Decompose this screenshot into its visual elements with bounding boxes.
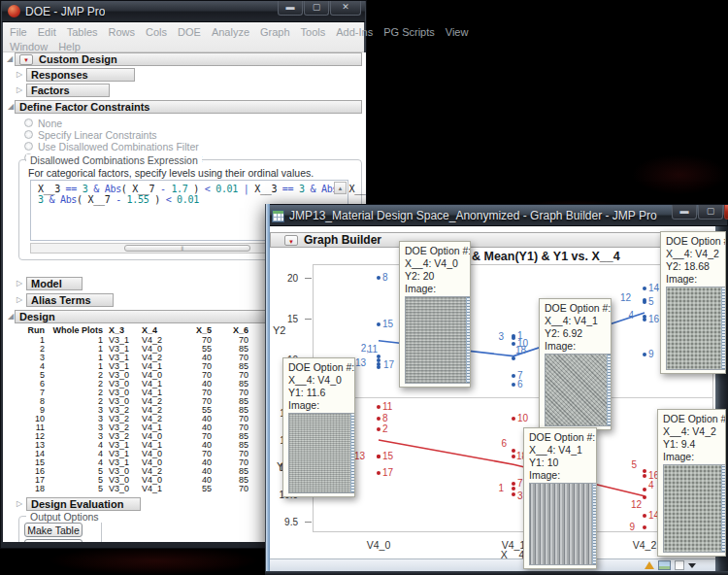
code-line-2: 3 & Abs( X__7 - 1.55 ) < 0.01 bbox=[38, 194, 199, 205]
hscrollbar-thumb[interactable] bbox=[124, 245, 250, 252]
hover-tooltip: DOE Option #: 8X__4: V4_0Y2: 20Image: bbox=[399, 241, 471, 388]
graph-builder-window: JMP13_Material Design Space_Anonymized -… bbox=[265, 204, 728, 575]
table-row[interactable]: 154V3_1V4_040701.7 bbox=[24, 458, 286, 467]
menu-item-help[interactable]: Help bbox=[58, 41, 81, 52]
table-row[interactable]: 72V3_0V4_170702 bbox=[24, 389, 286, 397]
tooltip-line: Y2: 20 bbox=[405, 270, 465, 283]
collapse-icon-responses[interactable]: ▷ bbox=[15, 70, 24, 79]
collapse-icon-alias-terms[interactable]: ▷ bbox=[15, 295, 24, 304]
fabric-swatch-image bbox=[288, 413, 355, 493]
partially-visible-button[interactable] bbox=[24, 539, 83, 542]
collapse-icon-model[interactable]: ▷ bbox=[15, 279, 24, 288]
table-row[interactable]: 11V3_1V4_270702 bbox=[24, 336, 286, 345]
swatch-ruler bbox=[607, 355, 612, 425]
tooltip-line: Y1: 11.6 bbox=[288, 387, 349, 399]
statusbar-icons bbox=[645, 560, 696, 570]
collapse-icon-design-evaluation[interactable]: ▷ bbox=[15, 499, 24, 508]
gb-statusbar bbox=[270, 558, 715, 571]
table-row[interactable]: 123V3_2V4_070851.55 bbox=[24, 432, 286, 441]
menu-item-doe[interactable]: DOE bbox=[178, 26, 201, 38]
table-row[interactable]: 31V3_1V4_240702 bbox=[24, 354, 286, 362]
fabric-swatch-image bbox=[663, 464, 726, 553]
section-responses[interactable]: Responses bbox=[26, 68, 135, 82]
fabric-swatch-image bbox=[405, 296, 471, 384]
menu-item-tools[interactable]: Tools bbox=[301, 26, 326, 38]
tooltip-line: X__4: V4_1 bbox=[529, 444, 591, 457]
table-row[interactable]: 175V3_0V4_040852 bbox=[24, 476, 286, 485]
section-model[interactable]: Model bbox=[26, 277, 83, 290]
table-row[interactable]: 144V3_1V4_070702 bbox=[24, 450, 286, 458]
scroll-up-arrow[interactable]: ▲ bbox=[334, 182, 347, 194]
radio-label: Use Disallowed Combinations Filter bbox=[38, 141, 199, 152]
hover-tooltip: DOE Option #: 9X__4: V4_2Y1: 9.4Image: bbox=[657, 409, 726, 557]
table-row[interactable]: 21V3_1V4_055852 bbox=[24, 345, 286, 354]
tooltip-line: Image: bbox=[666, 273, 720, 286]
section-alias-terms[interactable]: Alias Terms bbox=[26, 293, 114, 307]
tooltip-line: X__4: V4_2 bbox=[666, 248, 720, 260]
red-triangle-menu-icon[interactable] bbox=[19, 54, 33, 65]
table-row[interactable]: 41V3_1V4_170851.7 bbox=[24, 362, 286, 371]
radio-circle bbox=[24, 142, 33, 151]
table-row[interactable]: 113V3_2V4_140701.55 bbox=[24, 423, 286, 432]
menu-item-graph[interactable]: Graph bbox=[260, 26, 290, 38]
window-frame-bottom bbox=[265, 571, 728, 575]
make-table-button[interactable]: Make Table bbox=[24, 523, 83, 537]
table-row[interactable]: 62V3_0V4_140852 bbox=[24, 380, 286, 389]
section-design-evaluation[interactable]: Design Evaluation bbox=[26, 497, 141, 511]
close-button[interactable]: ✕ bbox=[330, 1, 361, 16]
image-icon[interactable] bbox=[658, 560, 671, 570]
radio-label: None bbox=[38, 118, 62, 129]
tooltip-line: X__4: V4_0 bbox=[405, 257, 465, 270]
tooltip-line: X__4: V4_1 bbox=[545, 315, 606, 327]
table-row[interactable]: 185V3_0V4_155701.7 bbox=[24, 485, 286, 493]
doe-titlebar[interactable]: DOE - JMP Pro ▬ ▢ ✕ bbox=[2, 1, 365, 22]
tooltip-line: DOE Option #: 9 bbox=[663, 413, 720, 425]
collapse-icon-factors[interactable]: ▷ bbox=[15, 85, 24, 94]
tooltips-layer: DOE Option #: 8X__4: V4_0Y2: 20Image:DOE… bbox=[265, 204, 728, 575]
menu-item-analyze[interactable]: Analyze bbox=[212, 26, 249, 38]
table-row[interactable]: 93V3_2V4_255851.55 bbox=[24, 406, 286, 415]
maximize-button[interactable]: ▢ bbox=[304, 1, 329, 16]
checkbox-icon[interactable] bbox=[675, 560, 684, 570]
table-row[interactable]: 82V3_0V4_270851.7 bbox=[24, 397, 286, 406]
menu-item-window[interactable]: Window bbox=[10, 41, 48, 52]
tooltip-line: X__4: V4_2 bbox=[663, 425, 720, 438]
menu-item-pg-scripts[interactable]: PG Scripts bbox=[383, 26, 435, 38]
menu-item-cols[interactable]: Cols bbox=[146, 26, 167, 38]
window-frame-left bbox=[265, 204, 270, 575]
doe-caption-buttons: ▬ ▢ ✕ bbox=[277, 1, 361, 16]
expression-hint: For categorical factors, specify levels … bbox=[28, 167, 314, 179]
menu-item-add-ins[interactable]: Add-Ins bbox=[336, 26, 373, 38]
dropdown-arrow-icon[interactable] bbox=[688, 563, 696, 568]
collapse-icon-custom-design[interactable]: ◢ bbox=[5, 54, 15, 63]
radio-circle bbox=[24, 118, 33, 127]
menu-item-rows[interactable]: Rows bbox=[109, 26, 136, 38]
hover-tooltip: DOE Option #: 3X__4: V4_1Y1: 10Image: bbox=[523, 427, 597, 569]
menu-row-2: WindowHelp bbox=[3, 37, 364, 51]
radio-option-none[interactable]: None bbox=[24, 118, 62, 128]
tooltip-line: Y2: 18.68 bbox=[666, 260, 720, 273]
section-factors[interactable]: Factors bbox=[26, 84, 110, 97]
tooltip-line: Image: bbox=[545, 340, 606, 353]
fabric-swatch-image bbox=[529, 483, 597, 565]
swatch-ruler bbox=[466, 297, 471, 383]
swatch-ruler bbox=[721, 288, 726, 369]
table-row[interactable]: 165V3_0V4_240852 bbox=[24, 467, 286, 476]
table-row[interactable]: 103V3_2V4_240701.55 bbox=[24, 415, 286, 423]
section-define-factor-constraints[interactable]: Define Factor Constraints bbox=[15, 100, 362, 114]
hide-panel-arrow-icon[interactable] bbox=[645, 561, 654, 569]
section-custom-design[interactable]: Custom Design bbox=[15, 52, 362, 66]
tooltip-line: Image: bbox=[529, 469, 591, 482]
table-row[interactable]: 52V3_0V4_070701.7 bbox=[24, 371, 286, 380]
radio-option-use-disallowed-combinations-filter[interactable]: Use Disallowed Combinations Filter bbox=[24, 141, 199, 152]
radio-label: Specify Linear Constraints bbox=[38, 129, 157, 141]
swatch-ruler bbox=[721, 465, 726, 552]
tooltip-line: Y1: 10 bbox=[529, 457, 591, 469]
hover-tooltip: DOE Option #: 11X__4: V4_0Y1: 11.6Image: bbox=[282, 357, 355, 497]
minimize-button[interactable]: ▬ bbox=[278, 1, 303, 16]
menu-item-view[interactable]: View bbox=[446, 26, 469, 38]
design-table: RunWhole PlotsX_3X_4X_5X_6X_711V3_1V4_27… bbox=[24, 325, 286, 493]
radio-option-specify-linear-constraints[interactable]: Specify Linear Constraints bbox=[24, 129, 157, 140]
hover-tooltip: DOE Option #: 14X__4: V4_2Y2: 18.68Image… bbox=[660, 231, 726, 374]
table-row[interactable]: 134V3_1V4_140851.7 bbox=[24, 441, 286, 450]
